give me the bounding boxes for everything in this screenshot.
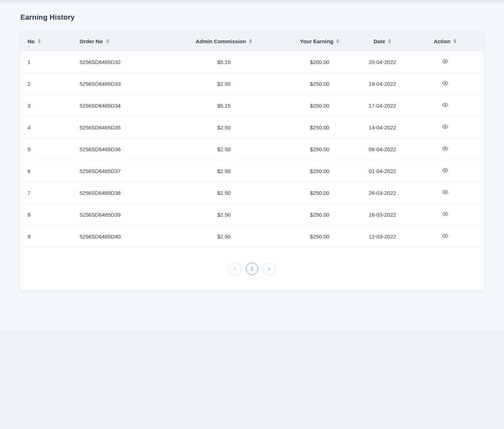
- view-order-button[interactable]: [442, 102, 449, 108]
- cell-no: 5: [20, 138, 63, 160]
- cell-order-no: 5256SD6465D37: [63, 160, 167, 182]
- pagination: 1: [20, 263, 484, 275]
- view-order-button[interactable]: [442, 123, 449, 130]
- cell-date: 08-04-2022: [358, 138, 406, 160]
- cell-admin-commission: $2.50: [167, 226, 281, 247]
- cell-action: [406, 51, 484, 73]
- column-header-order-no[interactable]: Order No: [63, 30, 167, 51]
- sort-arrows-icon: [38, 39, 41, 43]
- cell-admin-commission: $2.50: [167, 204, 281, 226]
- cell-your-earning: $250.00: [281, 117, 358, 138]
- sort-arrows-icon: [249, 39, 252, 43]
- cell-action: [406, 117, 484, 138]
- cell-date: 12-03-2022: [358, 226, 406, 247]
- view-order-button[interactable]: [442, 80, 449, 87]
- table-row: 2 5256SD6465D33 $2.50 $250.00 19-04-2022: [20, 73, 484, 95]
- cell-date: 01-04-2022: [358, 160, 406, 182]
- cell-order-no: 5256SD6465D38: [63, 182, 167, 204]
- eye-icon: [442, 102, 449, 108]
- cell-date: 19-04-2022: [358, 73, 406, 95]
- cell-date: 20-04-2022: [358, 51, 406, 73]
- cell-date: 14-04-2022: [358, 117, 406, 138]
- cell-action: [406, 204, 484, 226]
- cell-order-no: 5256SD6465D36: [63, 138, 167, 160]
- eye-icon: [442, 145, 449, 152]
- cell-no: 2: [20, 73, 63, 95]
- table-body: 1 5256SD6465D32 $5.15 $200.00 20-04-2022…: [20, 51, 484, 247]
- column-header-admin-commission[interactable]: Admin Commission: [167, 30, 281, 51]
- view-order-button[interactable]: [442, 189, 449, 196]
- earning-history-card: No Order No Admin Commission Your Earnin…: [20, 30, 484, 290]
- cell-no: 6: [20, 160, 63, 182]
- pagination-next-button[interactable]: [263, 263, 275, 275]
- top-edge-shadow: [0, 0, 504, 6]
- column-header-your-earning[interactable]: Your Earning: [281, 30, 358, 51]
- cell-no: 8: [20, 204, 63, 226]
- column-header-label: Your Earning: [300, 38, 333, 44]
- column-header-label: Admin Commission: [196, 38, 246, 44]
- column-header-label: Order No: [80, 38, 103, 44]
- cell-date: 16-03-2022: [358, 204, 406, 226]
- column-header-label: No: [28, 38, 35, 44]
- eye-icon: [442, 189, 449, 196]
- table-row: 5 5256SD6465D36 $2.50 $250.00 08-04-2022: [20, 138, 484, 160]
- cell-your-earning: $200.00: [281, 51, 358, 73]
- table-row: 8 5256SD6465D39 $2.50 $250.00 16-03-2022: [20, 204, 484, 226]
- cell-no: 4: [20, 117, 63, 138]
- cell-your-earning: $250.00: [281, 160, 358, 182]
- cell-action: [406, 182, 484, 204]
- cell-order-no: 5256SD6465D33: [63, 73, 167, 95]
- table-header-row: No Order No Admin Commission Your Earnin…: [20, 30, 484, 51]
- eye-icon: [442, 58, 449, 65]
- cell-order-no: 5256SD6465D32: [63, 51, 167, 73]
- sort-arrows-icon: [454, 39, 456, 43]
- eye-icon: [442, 167, 449, 174]
- table-row: 7 5256SD6465D38 $2.50 $250.00 26-03-2022: [20, 182, 484, 204]
- view-order-button[interactable]: [442, 58, 449, 65]
- view-order-button[interactable]: [442, 145, 449, 152]
- column-header-date[interactable]: Date: [358, 30, 406, 51]
- cell-date: 26-03-2022: [358, 182, 406, 204]
- sort-arrows-icon: [106, 39, 109, 43]
- sort-arrows-icon: [336, 39, 339, 43]
- cell-admin-commission: $2.50: [167, 138, 281, 160]
- cell-action: [406, 95, 484, 117]
- cell-your-earning: $250.00: [281, 182, 358, 204]
- eye-icon: [442, 211, 449, 217]
- cell-admin-commission: $5.15: [167, 95, 281, 117]
- eye-icon: [442, 232, 449, 239]
- cell-your-earning: $250.00: [281, 73, 358, 95]
- view-order-button[interactable]: [442, 167, 449, 174]
- cell-admin-commission: $2.50: [167, 73, 281, 95]
- cell-action: [406, 138, 484, 160]
- page-title: Earning History: [20, 13, 75, 21]
- chevron-left-icon: [232, 266, 237, 271]
- cell-your-earning: $250.00: [281, 138, 358, 160]
- table-row: 9 5256SD6465D40 $2.50 $250.00 12-03-2022: [20, 226, 484, 247]
- cell-your-earning: $250.00: [281, 204, 358, 226]
- cell-your-earning: $250.00: [281, 226, 358, 247]
- cell-action: [406, 73, 484, 95]
- footer-area: [0, 331, 504, 429]
- earning-history-table: No Order No Admin Commission Your Earnin…: [20, 30, 484, 247]
- eye-icon: [442, 80, 449, 87]
- view-order-button[interactable]: [442, 211, 449, 217]
- pagination-prev-button[interactable]: [229, 263, 241, 275]
- cell-date: 17-04-2022: [358, 95, 406, 117]
- column-header-label: Date: [374, 38, 385, 44]
- cell-order-no: 5256SD6465D34: [63, 95, 167, 117]
- column-header-no[interactable]: No: [20, 30, 63, 51]
- cell-no: 1: [20, 51, 63, 73]
- eye-icon: [442, 123, 449, 130]
- cell-order-no: 5256SD6465D40: [63, 226, 167, 247]
- column-header-action[interactable]: Action: [406, 30, 484, 51]
- cell-admin-commission: $5.15: [167, 51, 281, 73]
- view-order-button[interactable]: [442, 232, 449, 239]
- cell-admin-commission: $2.50: [167, 160, 281, 182]
- cell-order-no: 5256SD6465D39: [63, 204, 167, 226]
- cell-action: [406, 226, 484, 247]
- cell-no: 3: [20, 95, 63, 117]
- cell-action: [406, 160, 484, 182]
- table-row: 6 5256SD6465D37 $2.50 $250.00 01-04-2022: [20, 160, 484, 182]
- pagination-page-1-button[interactable]: 1: [246, 263, 258, 275]
